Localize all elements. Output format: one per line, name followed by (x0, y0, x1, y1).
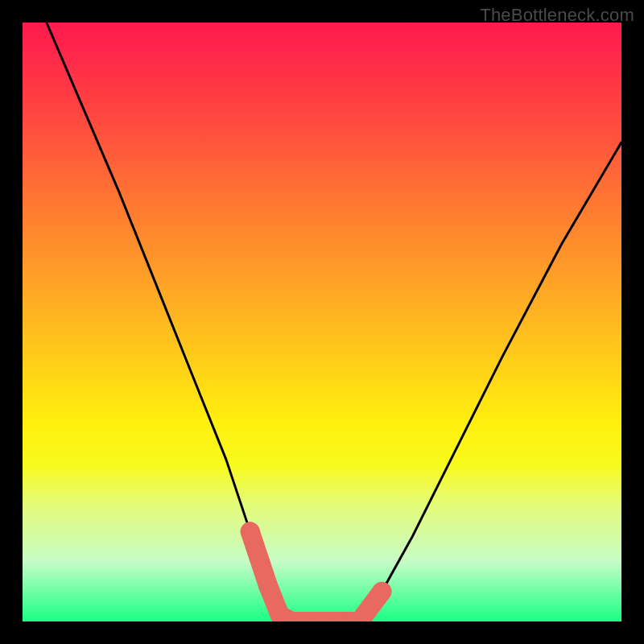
curve-line (47, 23, 621, 621)
chart-plot-area (23, 23, 621, 621)
chart-svg (23, 23, 621, 621)
highlight-dot (372, 582, 391, 601)
watermark-text: TheBottleneck.com (480, 5, 634, 26)
highlight-dot (241, 522, 260, 541)
highlight-dot (258, 576, 278, 595)
